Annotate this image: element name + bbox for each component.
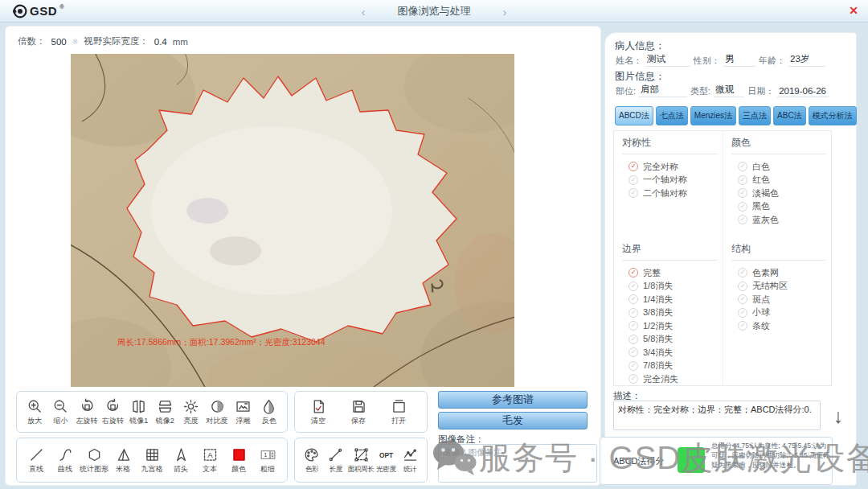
criteria-option[interactable]: 3/4消失 bbox=[622, 346, 718, 360]
tool-button[interactable]: 箭头 bbox=[166, 446, 195, 475]
tool-button[interactable]: 左旋转 bbox=[74, 397, 100, 426]
color-swatch-icon bbox=[231, 446, 248, 463]
tool-button[interactable]: 对比度 bbox=[204, 397, 230, 426]
part-label: 部位: bbox=[616, 85, 636, 97]
mirror-v-icon bbox=[130, 397, 147, 415]
measure-toolbar: 色彩 长度 面积周长 OPT 光密度 统计 bbox=[294, 438, 428, 483]
criteria-option[interactable]: 斑点 bbox=[731, 293, 826, 306]
border-title: 边界 bbox=[622, 242, 718, 261]
nav-next-icon[interactable]: › bbox=[503, 5, 507, 18]
title-bar: GSD ® ‹ 图像浏览与处理 › ✕ bbox=[0, 0, 868, 23]
gender-label: 性别： bbox=[694, 55, 720, 67]
fov-value: 0.4 bbox=[154, 37, 167, 47]
tool-button[interactable]: 放大 bbox=[22, 397, 47, 426]
radio-check-icon bbox=[738, 268, 747, 277]
radio-check-icon bbox=[628, 268, 638, 277]
criteria-option[interactable]: 二个轴对称 bbox=[622, 187, 718, 200]
tool-button[interactable]: 打开 bbox=[385, 397, 412, 426]
color-group: 颜色 白色 红色 bbox=[731, 136, 826, 227]
tool-button[interactable]: 统计 bbox=[398, 446, 422, 475]
close-icon[interactable]: ✕ bbox=[849, 4, 858, 17]
tool-button[interactable]: 缩小 bbox=[47, 397, 73, 426]
age-field[interactable]: 23岁 bbox=[788, 53, 825, 67]
criteria-option[interactable]: 1/2消失 bbox=[622, 319, 718, 333]
dermoscopy-image[interactable]: 周长:17.5866mm；面积:17.3962mm²；光密度:3123044 bbox=[71, 54, 514, 387]
criteria-option[interactable]: 淡褐色 bbox=[731, 187, 826, 200]
tool-button[interactable]: 曲线 bbox=[51, 446, 80, 475]
criteria-option[interactable]: 3/8消失 bbox=[622, 306, 718, 320]
tool-button[interactable]: OPT 光密度 bbox=[374, 446, 398, 475]
tool-button[interactable]: A 文本 bbox=[195, 446, 224, 475]
criteria-option[interactable]: 一个轴对称 bbox=[622, 174, 718, 187]
tool-button[interactable]: 长度 bbox=[324, 446, 348, 475]
nav-prev-icon[interactable]: ‹ bbox=[362, 5, 366, 18]
radio-check-icon bbox=[628, 347, 638, 357]
analysis-tab[interactable]: 七点法 bbox=[656, 106, 688, 125]
open-icon bbox=[391, 397, 407, 415]
tool-button[interactable]: 镜像1 bbox=[126, 397, 152, 426]
rotate-right-icon bbox=[104, 397, 121, 415]
radio-check-icon bbox=[738, 202, 747, 212]
criteria-option[interactable]: 黑色 bbox=[731, 200, 826, 214]
radio-check-icon bbox=[628, 162, 638, 171]
brightness-icon bbox=[182, 397, 199, 415]
tool-button[interactable]: 1 粗细 bbox=[253, 446, 282, 475]
criteria-option[interactable]: 1/4消失 bbox=[622, 293, 718, 306]
remark-input[interactable] bbox=[438, 444, 597, 483]
structure-title: 结构 bbox=[731, 242, 826, 261]
criteria-option[interactable]: 蓝灰色 bbox=[731, 213, 826, 227]
tool-button[interactable]: 统计图形 bbox=[80, 446, 108, 475]
reference-atlas-button[interactable]: 参考图谱 bbox=[438, 391, 588, 409]
radio-check-icon bbox=[738, 294, 747, 304]
hair-button[interactable]: 毛发 bbox=[438, 412, 588, 429]
name-field[interactable]: 测试 bbox=[645, 53, 690, 67]
criteria-option[interactable]: 色素网 bbox=[731, 266, 826, 280]
criteria-option[interactable]: 条纹 bbox=[731, 319, 826, 333]
criteria-option[interactable]: 完全消失 bbox=[622, 372, 718, 386]
criteria-option[interactable]: 7/8消失 bbox=[622, 360, 718, 373]
divider-icon: ※ bbox=[72, 38, 79, 46]
analysis-tab[interactable]: ABC法 bbox=[773, 106, 806, 125]
abcd-score-badge bbox=[678, 447, 705, 473]
date-field[interactable]: 2019-06-26 bbox=[777, 86, 829, 97]
tool-button[interactable]: 反色 bbox=[256, 397, 282, 426]
analysis-tab[interactable]: 模式分析法 bbox=[809, 106, 857, 125]
criteria-option[interactable]: 无结构区 bbox=[731, 280, 826, 294]
save-icon bbox=[350, 397, 367, 415]
criteria-option[interactable]: 小球 bbox=[731, 306, 826, 320]
tool-button[interactable]: 亮度 bbox=[178, 397, 203, 426]
criteria-option[interactable]: 完全对称 bbox=[622, 160, 718, 174]
tool-button[interactable]: 色彩 bbox=[300, 446, 324, 475]
tool-button[interactable]: 保存 bbox=[345, 397, 372, 426]
tool-button[interactable]: 直线 bbox=[22, 446, 51, 475]
palette-icon bbox=[303, 446, 320, 464]
zoom-out-icon bbox=[52, 397, 69, 415]
part-field[interactable]: 肩部 bbox=[639, 84, 687, 97]
tool-button[interactable]: 颜色 bbox=[224, 446, 253, 475]
tool-button[interactable]: 右旋转 bbox=[100, 397, 125, 426]
type-field[interactable]: 微观 bbox=[714, 84, 744, 97]
analysis-tab[interactable]: ABCD法 bbox=[615, 106, 653, 125]
abcd-score-label: ABCD法得分 bbox=[613, 455, 665, 467]
tool-button[interactable]: 镜像2 bbox=[152, 397, 178, 426]
tool-button[interactable]: 米格 bbox=[108, 446, 137, 475]
tool-button[interactable]: 九宫格 bbox=[137, 446, 166, 475]
analysis-tab[interactable]: Menzies法 bbox=[690, 106, 736, 125]
criteria-option[interactable]: 5/8消失 bbox=[622, 333, 718, 347]
criteria-option[interactable]: 完整 bbox=[622, 266, 718, 280]
analysis-tab[interactable]: 三点法 bbox=[739, 106, 771, 125]
magnification-label: 倍数： bbox=[18, 35, 46, 47]
criteria-option[interactable]: 1/8消失 bbox=[622, 280, 718, 294]
analysis-tabs: ABCD法七点法Menzies法三点法ABC法模式分析法 bbox=[615, 106, 852, 125]
abcd-score-box: ABCD法得分 总得分<4.75:认为良性; 4.75-5.45:认为可疑，应密… bbox=[600, 437, 833, 485]
tool-button[interactable]: 面积周长 bbox=[348, 446, 375, 475]
text-icon: A bbox=[202, 446, 219, 463]
criteria-option[interactable]: 红色 bbox=[731, 174, 826, 187]
radio-check-icon bbox=[738, 321, 747, 331]
scroll-down-icon[interactable]: ↓ bbox=[833, 405, 844, 428]
radio-check-icon bbox=[738, 175, 747, 185]
tool-button[interactable]: 清空 bbox=[305, 397, 332, 426]
criteria-option[interactable]: 白色 bbox=[731, 160, 826, 174]
tool-button[interactable]: 浮雕 bbox=[230, 397, 256, 426]
gender-field[interactable]: 男 bbox=[723, 53, 755, 67]
